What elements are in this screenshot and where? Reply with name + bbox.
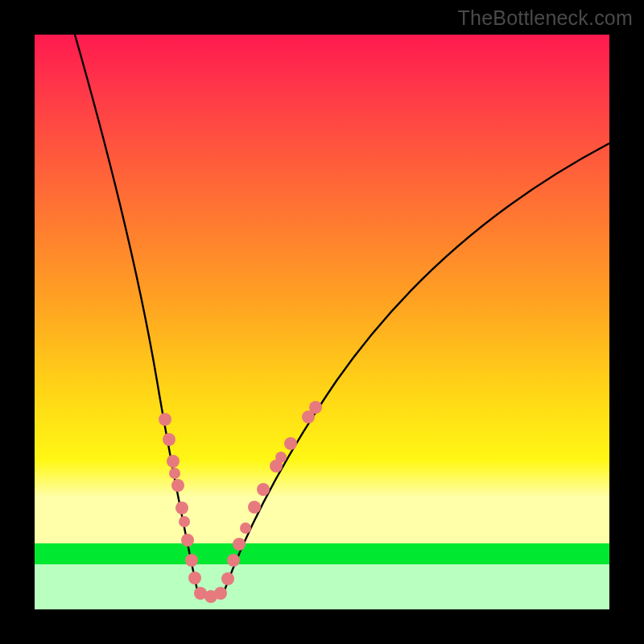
curve-marker xyxy=(175,502,188,514)
curve-marker xyxy=(181,534,194,547)
chart-frame: TheBottleneck.com xyxy=(0,0,644,644)
curve-marker xyxy=(221,572,234,585)
curve-marker xyxy=(214,587,227,600)
curve-marker xyxy=(159,413,171,426)
curve-marker xyxy=(284,437,297,450)
curve-marker xyxy=(167,455,180,468)
curve-marker xyxy=(275,452,287,463)
curve-marker xyxy=(233,538,246,551)
curve-marker xyxy=(163,433,175,446)
right-curve xyxy=(225,143,609,590)
chart-svg xyxy=(35,35,609,609)
curve-marker xyxy=(309,401,322,414)
watermark-text: TheBottleneck.com xyxy=(458,6,633,30)
curve-marker xyxy=(248,501,261,514)
curve-marker xyxy=(185,554,198,567)
plot-area xyxy=(35,35,609,609)
curve-marker xyxy=(227,554,240,567)
curve-marker xyxy=(171,479,184,492)
curve-marker xyxy=(188,572,201,584)
curve-group xyxy=(75,35,609,595)
curve-marker xyxy=(240,522,251,534)
curve-marker xyxy=(257,483,270,496)
curve-marker xyxy=(169,468,180,479)
curve-marker xyxy=(179,516,190,527)
marker-layer xyxy=(159,401,322,603)
